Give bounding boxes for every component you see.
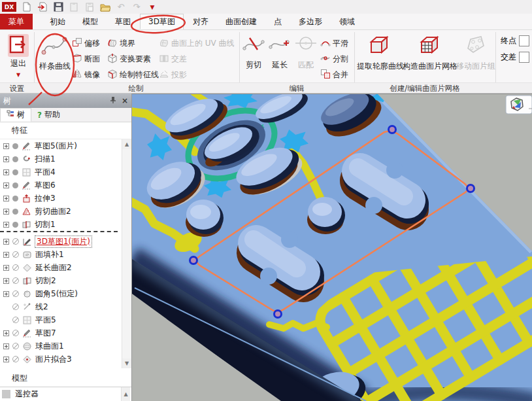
model-section-header[interactable]: 模型 [0, 370, 131, 387]
boundary-button[interactable]: 境界 [107, 37, 135, 50]
visibility-dot-icon[interactable] [12, 209, 18, 215]
mirror-button[interactable]: 镜像 [72, 68, 100, 81]
tree-item-8[interactable]: 3D草图1(面片) [0, 235, 122, 248]
expand-icon[interactable] [3, 169, 9, 175]
expand-icon[interactable] [3, 291, 9, 297]
expand-icon[interactable] [3, 252, 9, 258]
tree-item-2[interactable]: 扫描1 [0, 152, 122, 166]
intersection-checkbox[interactable] [519, 52, 529, 63]
expand-icon[interactable] [3, 222, 9, 228]
exit-dropdown-icon[interactable]: ▼ [16, 72, 20, 78]
tree-item-17[interactable]: 面片拟合3 [0, 353, 122, 366]
viewport-mini-toolbar[interactable] [506, 96, 532, 114]
quickbar-dropdown-icon[interactable]: ▼ [147, 2, 158, 12]
split-button[interactable]: 分割 [320, 52, 348, 65]
expand-icon[interactable] [3, 156, 9, 162]
exit-button[interactable]: 退出 ▼ [5, 34, 32, 78]
open-folder-icon[interactable] [100, 2, 110, 12]
tree-item-6[interactable]: 剪切曲面2 [0, 205, 122, 218]
scroll-up-icon[interactable]: ▲ [122, 139, 131, 149]
undo-icon[interactable]: ↶ [116, 2, 126, 12]
tab-help[interactable]: ? 帮助 [31, 108, 66, 122]
tree-item-15[interactable]: 草图7 [0, 326, 122, 340]
visibility-dot-icon[interactable] [12, 143, 18, 149]
pin-icon[interactable] [110, 96, 116, 106]
offset-button[interactable]: 偏移 [72, 37, 100, 50]
feature-section-header[interactable]: 特征 [0, 122, 131, 139]
extract-contour-button[interactable]: 提取轮廓曲线 [357, 34, 401, 72]
paste-special-icon[interactable] [84, 2, 95, 12]
extend-button[interactable]: 延长 [267, 34, 293, 71]
tree-item-12[interactable]: 圆角5(恒定) [0, 287, 122, 300]
expand-icon[interactable] [3, 196, 9, 201]
suppressed-icon[interactable] [12, 343, 19, 349]
tree-item-4[interactable]: 草图6 [0, 179, 122, 192]
expand-icon[interactable] [3, 239, 9, 245]
tree-scrollbar[interactable]: ▲ ▼ [122, 139, 131, 368]
tab-model[interactable]: 模型 [75, 14, 106, 29]
tree-item-14[interactable]: 平面5 [0, 313, 122, 326]
tree-item-3[interactable]: 平面4 [0, 166, 122, 179]
visibility-dot-icon[interactable] [12, 156, 18, 162]
tab-3d-sketch[interactable]: 3D草图 [140, 14, 184, 29]
redo-icon[interactable]: ↷ [131, 2, 142, 12]
save-icon[interactable] [53, 2, 63, 12]
menu-button[interactable]: 菜单 [0, 14, 33, 29]
suppressed-icon[interactable] [12, 304, 19, 310]
tree-item-10[interactable]: 延长曲面2 [0, 261, 122, 274]
expand-icon[interactable] [3, 209, 9, 215]
suppressed-icon[interactable] [12, 290, 19, 297]
tab-surface-create[interactable]: 曲面创建 [218, 14, 265, 29]
paste-icon[interactable] [69, 2, 79, 12]
expand-icon[interactable] [3, 357, 9, 362]
model-scroll-up-icon[interactable]: ▲ [121, 387, 130, 401]
tree-item-9[interactable]: 面填补1 [0, 248, 122, 261]
tab-tree[interactable]: 树 [0, 108, 31, 122]
suppressed-icon[interactable] [12, 317, 19, 323]
tree-item-5[interactable]: 拉伸3 [0, 192, 122, 205]
merge-button[interactable]: 合并 [320, 68, 348, 81]
construct-patch-button[interactable]: 构造曲面片网格 [403, 34, 456, 72]
tree-item-7[interactable]: 切割1 [0, 218, 122, 231]
expand-icon[interactable] [3, 183, 9, 188]
tab-sketch[interactable]: 草图 [107, 14, 139, 29]
expand-icon[interactable] [3, 343, 9, 349]
suppressed-icon[interactable] [12, 277, 19, 284]
tab-align[interactable]: 对齐 [185, 14, 216, 29]
feature-line-button[interactable]: 绘制特征线 [107, 68, 159, 81]
expand-icon[interactable] [3, 278, 9, 284]
tree-item-1[interactable]: 草图5(面片) [0, 139, 122, 152]
tree-item-16[interactable]: 球曲面1 [0, 340, 122, 353]
section-label: 断面 [84, 54, 100, 65]
section-button[interactable]: 断面 [72, 52, 100, 65]
visibility-dot-icon[interactable] [12, 169, 18, 175]
expand-icon[interactable] [3, 330, 9, 336]
suppressed-icon[interactable] [12, 238, 19, 245]
transform-button[interactable]: 变换要素 [107, 52, 151, 65]
tree-item-13[interactable]: 线2 [0, 300, 122, 313]
scroll-down-icon[interactable]: ▼ [122, 358, 131, 368]
expand-icon[interactable] [3, 265, 9, 271]
suppressed-icon[interactable] [12, 330, 19, 336]
new-document-icon[interactable] [22, 2, 32, 12]
tab-point[interactable]: 点 [266, 14, 290, 29]
3d-viewport[interactable] [132, 94, 532, 401]
tab-initial[interactable]: 初始 [42, 14, 73, 29]
visibility-dot-icon[interactable] [12, 196, 18, 201]
model-item-row[interactable]: 遥控器 ▲ [0, 387, 131, 401]
suppressed-icon[interactable] [12, 264, 19, 271]
visibility-dot-icon[interactable] [12, 183, 18, 188]
smooth-button[interactable]: 平滑 [320, 37, 348, 50]
close-icon[interactable]: × [122, 96, 128, 106]
visibility-dot-icon[interactable] [12, 222, 18, 228]
spline-button[interactable]: 样条曲线 [37, 34, 73, 72]
tree-item-11[interactable]: 切割2 [0, 274, 122, 287]
endpoint-checkbox[interactable] [519, 35, 529, 46]
trim-button[interactable]: 剪切 [241, 34, 267, 71]
suppressed-icon[interactable] [12, 251, 19, 258]
expand-icon[interactable] [3, 143, 9, 149]
import-document-icon[interactable] [37, 2, 48, 12]
suppressed-icon[interactable] [12, 356, 19, 362]
tab-region[interactable]: 领域 [331, 14, 363, 29]
tab-polygon[interactable]: 多边形 [291, 14, 330, 29]
